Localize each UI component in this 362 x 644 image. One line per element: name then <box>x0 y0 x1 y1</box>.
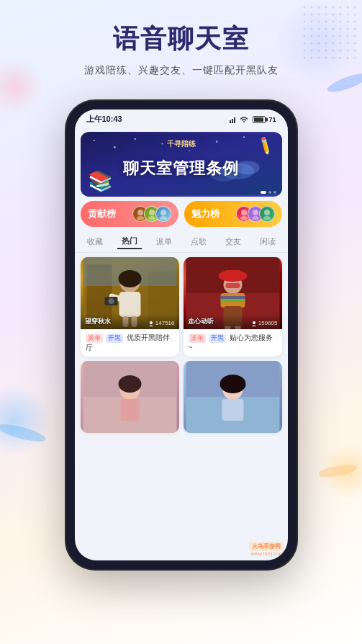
svg-rect-50 <box>225 283 240 288</box>
content-card-4[interactable] <box>184 361 282 433</box>
watermark-url: www.hncj.com <box>249 551 284 556</box>
rank-section: 贡献榜 魅力榜 <box>81 201 282 227</box>
svg-rect-5 <box>230 120 231 123</box>
tab-orders[interactable]: 派单 <box>152 235 176 249</box>
svg-point-12 <box>161 143 163 145</box>
card-2-image: 走心动听 159605 <box>184 257 282 329</box>
tab-friends[interactable]: 交友 <box>221 235 245 249</box>
card-1-tag-2: 开黑 <box>106 334 123 343</box>
tab-read[interactable]: 闲读 <box>255 235 280 249</box>
svg-point-41 <box>108 298 114 304</box>
banner-dot-3 <box>273 191 276 194</box>
phone-mockup: 上午10:43 <box>66 101 297 569</box>
svg-point-14 <box>243 136 245 138</box>
card-1-username: 望穿秋水 <box>85 317 111 326</box>
content-grid: 望穿秋水 147516 派单 开黑 优质开黑陪伴厅 <box>75 253 288 437</box>
rank-bar-contribution[interactable]: 贡献榜 <box>81 201 178 227</box>
card-3-photo <box>81 361 179 433</box>
card-1-stats: 147516 <box>148 320 175 326</box>
svg-point-3 <box>0 424 47 442</box>
svg-point-20 <box>137 210 143 215</box>
phone-screen: 上午10:43 <box>75 109 288 560</box>
battery-level: 71 <box>268 116 276 123</box>
card-1-overlay: 望穿秋水 147516 <box>81 314 179 329</box>
card-1-image: 望穿秋水 147516 <box>81 257 179 329</box>
rank-charm-avatar-3 <box>259 206 275 222</box>
svg-point-30 <box>264 210 270 215</box>
banner-dot-1 <box>261 191 266 194</box>
banner-page-dots <box>261 191 276 194</box>
svg-point-37 <box>118 270 141 287</box>
bg-circle-blue <box>0 385 50 457</box>
svg-point-61 <box>118 375 141 393</box>
svg-rect-67 <box>222 399 243 421</box>
card-2-text: 派单 开黑 贴心为您服务~ <box>184 329 282 357</box>
svg-point-22 <box>149 210 155 215</box>
banner[interactable]: 📚 ✏️ 千寻陪练 聊天室管理条例 <box>81 132 282 197</box>
rank-avatar-3 <box>155 206 171 222</box>
svg-point-4 <box>319 464 358 478</box>
svg-rect-7 <box>234 117 235 123</box>
watermark: 火鸟手游网 www.hncj.com <box>249 542 284 556</box>
svg-point-24 <box>160 210 166 215</box>
svg-point-9 <box>93 140 94 141</box>
brush-stroke-right <box>319 464 362 478</box>
svg-point-16 <box>189 150 190 151</box>
rank-contribution-avatars <box>132 206 171 222</box>
tab-favorites[interactable]: 收藏 <box>83 235 107 249</box>
battery-icon <box>253 116 266 123</box>
wifi-icon <box>240 116 248 123</box>
tab-hot[interactable]: 热门 <box>117 234 142 249</box>
card-1-tag-1: 派单 <box>86 334 103 343</box>
content-card-2[interactable]: 走心动听 159605 派单 开黑 贴心为您服务~ <box>184 257 282 357</box>
rank-contribution-label: 贡献榜 <box>88 207 116 220</box>
banner-small-title: 千寻陪练 <box>167 139 196 149</box>
svg-rect-53 <box>220 299 245 302</box>
hero-section: 语音聊天室 游戏陪练、兴趣交友、一键匹配开黑队友 <box>0 0 362 91</box>
svg-point-31 <box>263 216 271 220</box>
banner-dot-2 <box>268 191 271 194</box>
svg-point-23 <box>148 216 155 220</box>
svg-rect-38 <box>119 292 140 317</box>
content-card-1[interactable]: 望穿秋水 147516 派单 开黑 优质开黑陪伴厅 <box>81 257 179 357</box>
card-1-text: 派单 开黑 优质开黑陪伴厅 <box>81 329 179 357</box>
svg-point-28 <box>253 210 258 215</box>
status-time: 上午10:43 <box>86 114 122 125</box>
svg-point-57 <box>253 321 255 324</box>
banner-book-icon: 📚 <box>88 169 113 193</box>
svg-point-25 <box>160 216 167 220</box>
hero-title: 语音聊天室 <box>14 22 348 57</box>
svg-point-66 <box>220 375 245 393</box>
status-icons: 71 <box>230 116 276 123</box>
svg-point-13 <box>215 140 217 143</box>
status-bar: 上午10:43 <box>75 109 288 129</box>
content-card-3[interactable] <box>81 361 179 433</box>
tab-bar: 收藏 热门 派单 点歌 交友 闲读 <box>75 231 288 253</box>
card-4-image <box>184 361 282 433</box>
svg-point-10 <box>113 146 115 148</box>
svg-point-27 <box>240 216 248 220</box>
card-2-stats: 159605 <box>251 320 278 326</box>
card-2-tag-2: 开黑 <box>209 334 226 343</box>
watermark-brand: 火鸟手游网 <box>249 542 284 551</box>
card-3-image <box>81 361 179 433</box>
svg-rect-49 <box>223 270 242 280</box>
card-2-username: 走心动听 <box>188 317 214 326</box>
svg-rect-6 <box>232 119 233 123</box>
signal-icon <box>230 116 237 123</box>
rank-charm-label: 魅力榜 <box>191 207 220 220</box>
card-2-tag-1: 派单 <box>189 334 206 343</box>
svg-point-26 <box>241 210 247 215</box>
svg-point-44 <box>150 321 153 324</box>
svg-rect-62 <box>120 399 139 421</box>
svg-point-29 <box>252 216 259 220</box>
card-2-overlay: 走心动听 159605 <box>184 314 282 329</box>
hero-subtitle: 游戏陪练、兴趣交友、一键匹配开黑队友 <box>14 64 348 77</box>
svg-point-21 <box>137 216 144 220</box>
rank-bar-charm[interactable]: 魅力榜 <box>184 201 282 227</box>
brush-stroke-bottom <box>0 424 58 442</box>
bg-circle-orange <box>319 442 362 500</box>
svg-point-11 <box>134 138 135 140</box>
card-4-photo <box>184 361 282 433</box>
tab-songs[interactable]: 点歌 <box>186 235 211 249</box>
